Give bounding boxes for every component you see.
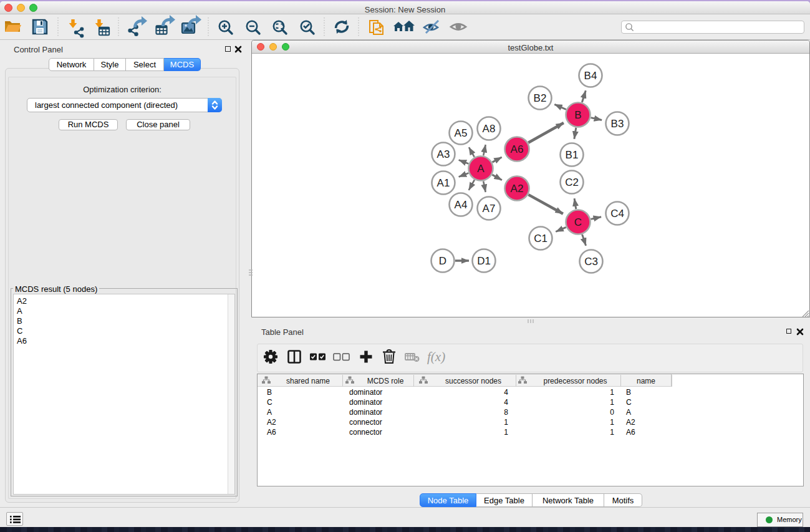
svg-text:f(x): f(x) bbox=[427, 349, 445, 364]
svg-text:A7: A7 bbox=[483, 203, 496, 215]
svg-text:B4: B4 bbox=[584, 70, 597, 82]
svg-text:A8: A8 bbox=[483, 123, 496, 135]
svg-text:A3: A3 bbox=[437, 148, 450, 160]
svg-text:D: D bbox=[439, 255, 446, 267]
svg-text:A: A bbox=[477, 163, 485, 175]
svg-text:A2: A2 bbox=[511, 183, 524, 195]
svg-text:C3: C3 bbox=[584, 256, 598, 268]
svg-text:A6: A6 bbox=[511, 143, 524, 155]
svg-text:C2: C2 bbox=[565, 177, 579, 188]
svg-text:C4: C4 bbox=[610, 208, 624, 220]
svg-text:B: B bbox=[574, 109, 581, 121]
svg-text:D1: D1 bbox=[477, 255, 491, 267]
svg-text:A4: A4 bbox=[455, 199, 468, 211]
svg-text:C: C bbox=[574, 216, 582, 228]
svg-text:C1: C1 bbox=[534, 233, 547, 244]
svg-text:B2: B2 bbox=[534, 92, 547, 104]
svg-text:B1: B1 bbox=[566, 149, 579, 161]
svg-text:A1: A1 bbox=[437, 177, 450, 189]
svg-text:A5: A5 bbox=[455, 127, 468, 139]
svg-text:B3: B3 bbox=[611, 118, 624, 130]
